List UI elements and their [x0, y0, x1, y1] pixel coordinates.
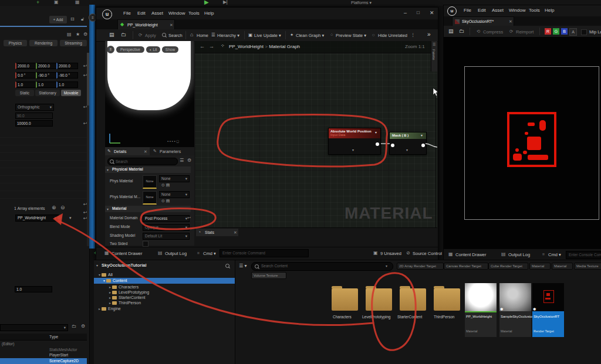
lit-pill[interactable]: ◐ Lit — [146, 46, 160, 53]
scale-x-field[interactable]: 1.0 — [15, 81, 37, 88]
blend-mode-select[interactable]: Opaque▾ — [143, 224, 190, 231]
shading-model-select[interactable]: Default Lit▾ — [143, 233, 190, 240]
tex-menu-window[interactable]: Window — [509, 8, 525, 13]
outliner-row-playerstart[interactable]: PlayerStart — [49, 353, 68, 358]
asset-rt-name[interactable]: SkyOcclusionRT — [534, 315, 559, 318]
blueprint-icon[interactable]: ⊟ — [70, 17, 75, 22]
menu-file[interactable]: File — [123, 11, 131, 16]
tex-cmd-button[interactable]: Cmd ▾ — [548, 253, 561, 257]
chip-material-2[interactable]: Material — [552, 263, 573, 270]
parameters-tab[interactable]: ✎ Parameters — [150, 147, 194, 155]
phys-material-mask-select[interactable]: None▾ — [159, 191, 190, 198]
tree-item-startercontent[interactable]: ▸ StarterContent — [109, 295, 146, 300]
tree-item-characters[interactable]: ▸ Characters — [109, 285, 139, 289]
stats-tab-label[interactable]: Stats — [205, 230, 214, 234]
phys-material-select[interactable]: None▾ — [159, 175, 190, 182]
outliner-gear-icon[interactable]: ⚙ — [81, 324, 85, 329]
folder-thirdperson-label[interactable]: ThirdPerson — [434, 315, 454, 319]
play-icon[interactable]: ▶ — [204, 0, 209, 5]
stats-tab[interactable]: ◔ Stats ✕ — [196, 229, 238, 236]
cmd-button[interactable]: Cmd ▾ — [203, 251, 216, 256]
tex-output-log-button[interactable]: Output Log — [508, 253, 530, 257]
apply-button[interactable]: Apply — [145, 33, 156, 38]
material-tab-title[interactable]: PP_WorldHeight — [127, 23, 158, 27]
preview-state-button[interactable]: Preview State ▾ — [336, 33, 366, 38]
folder-levelprototyping-label[interactable]: LevelPrototyping — [362, 315, 390, 319]
outliner-row-staticmesh[interactable]: StaticMeshActor — [49, 348, 77, 352]
rotation-y-field[interactable]: -90.0 ° — [36, 72, 58, 79]
folder-thirdperson[interactable] — [434, 288, 460, 311]
tab-rendering[interactable]: Rendering — [29, 40, 58, 46]
texture-tab-close-icon[interactable]: ✕ — [509, 19, 512, 23]
menu-help[interactable]: Help — [204, 11, 214, 16]
window-close-button[interactable]: ✕ — [430, 11, 434, 16]
details-tab-close-icon[interactable]: ✕ — [144, 149, 147, 154]
tab-physics[interactable]: Physics — [4, 40, 27, 46]
material-asset-tab[interactable]: ◆ PP_WorldHeight ✕ — [117, 19, 175, 30]
live-update-button[interactable]: Live Update ▾ — [254, 33, 281, 38]
location-y-field[interactable]: 2000.0 — [36, 63, 58, 69]
ortho-width-field[interactable]: 90.0 — [15, 113, 53, 119]
output-log-button[interactable]: Output Log — [165, 251, 187, 256]
outliner-search-select[interactable]: ▾ — [0, 324, 68, 331]
tex-menu-asset[interactable]: Asset — [492, 8, 504, 13]
show-pill[interactable]: Show — [162, 46, 178, 53]
tree-search-icon[interactable] — [225, 264, 229, 268]
folder-startercontent[interactable] — [400, 288, 426, 311]
clean-graph-button[interactable]: Clean Graph ▾ — [296, 33, 324, 38]
lock-icon[interactable]: 🔓︎ — [81, 17, 84, 22]
tree-item-levelprototyping[interactable]: ▸ LevelPrototyping — [109, 290, 149, 294]
viewport-option-dots[interactable]: ▪ ▪ ▪ ▪ ◻ — [167, 140, 179, 143]
channel-g-button[interactable]: G — [553, 28, 559, 35]
location-x-field[interactable]: 2000.0 — [15, 63, 37, 69]
mobility-stationary-button[interactable]: Stationary — [35, 90, 60, 96]
mip-checkbox[interactable] — [581, 29, 587, 35]
chip-cube-render-target[interactable]: Cube Render Target — [488, 263, 528, 270]
phys-material-mask-use-icon[interactable]: ⊙ ▤ — [161, 199, 170, 203]
unsaved-button[interactable]: 9 Unsaved — [380, 251, 401, 256]
skip-icon[interactable]: ▶▏ — [223, 0, 230, 5]
tab-streaming[interactable]: Streaming — [60, 40, 87, 46]
menu-edit[interactable]: Edit — [137, 11, 146, 16]
details-view-icon[interactable]: ☰ — [180, 158, 184, 163]
phys-material-mask-thumb[interactable]: None — [143, 191, 157, 205]
channel-a-button[interactable]: A — [569, 28, 577, 36]
favorite-icon[interactable]: ★ — [76, 32, 80, 37]
material-graph-canvas[interactable]: ← → ⁘ PP_WorldHeight > Material Graph Zo… — [195, 41, 437, 246]
asset-pp-name[interactable]: PP_WorldHeight — [466, 315, 492, 318]
reimport-button[interactable]: Reimport — [516, 30, 534, 35]
menu-asset[interactable]: Asset — [151, 11, 163, 16]
asset-pp-worldheight[interactable]: PP_WorldHeight Material — [465, 283, 497, 337]
platforms-menu[interactable]: Platforms ▾ — [351, 1, 372, 5]
scale-z-field[interactable]: 1.0 — [56, 81, 78, 88]
section-material[interactable]: ▾ Material — [105, 206, 191, 212]
source-control-button[interactable]: Source Control — [413, 251, 442, 256]
tex-console-input[interactable]: Enter Console Command — [566, 251, 601, 259]
phys-material-use-icon[interactable]: ⊙ ▤ — [161, 183, 170, 187]
chip-media-texture[interactable]: Media Texture — [574, 263, 601, 270]
settings-gear-icon[interactable]: ⚙ — [83, 32, 87, 37]
save-icon[interactable]: ▤ — [109, 32, 114, 38]
asset-sky-occlusion-rt[interactable]: ✱ SkyOcclusionRT Render Target — [532, 283, 564, 337]
menu-window[interactable]: Window — [168, 11, 185, 16]
hierarchy-button[interactable]: Hierarchy ▾ — [217, 33, 239, 38]
folder-characters-label[interactable]: Characters — [333, 315, 352, 319]
window-minimize-button[interactable]: – — [404, 11, 407, 16]
scale-y-field[interactable]: 1.0 — [36, 81, 58, 88]
material-slot-select[interactable]: PP_WorldHeight▾ — [15, 215, 59, 222]
channel-r-button[interactable]: R — [545, 28, 551, 35]
material-tab-close-icon[interactable]: ✕ — [170, 23, 173, 27]
save-asset-icon[interactable]: ▤ — [67, 32, 72, 37]
rotation-z-field[interactable]: -90.0 ° — [56, 72, 78, 79]
outliner-type-header[interactable]: Type — [49, 335, 58, 339]
preview-viewport[interactable]: ≡ Perspective ◐ Lit Show ▪ ▪ ▪ ▪ ◻ — [105, 41, 194, 147]
select-mode-icon[interactable]: ▣ — [54, 0, 59, 5]
browse-icon[interactable]: 🗀︎ — [121, 32, 126, 38]
folder-levelprototyping[interactable] — [366, 288, 392, 311]
chip-material-1[interactable]: Material — [529, 263, 551, 270]
array-add-icon[interactable]: ⊕ — [52, 205, 56, 210]
tex-menu-help[interactable]: Help — [545, 8, 554, 13]
tex-menu-tools[interactable]: Tools — [529, 8, 540, 13]
tree-item-thirdperson[interactable]: ▸ ThirdPerson — [109, 301, 141, 305]
tex-save-icon[interactable]: ▤ — [448, 29, 454, 34]
